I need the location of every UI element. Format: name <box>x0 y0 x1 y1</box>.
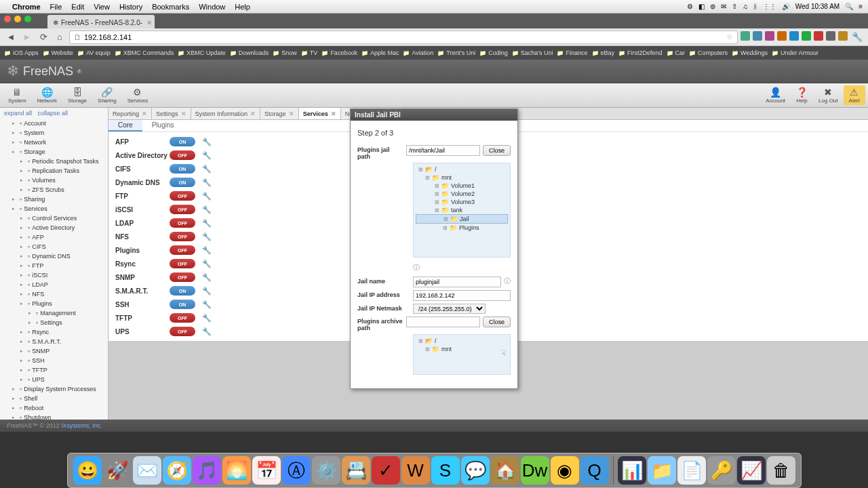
sidebar-item[interactable]: ▫Storage <box>0 147 108 157</box>
bookmark-item[interactable]: XBMC Update <box>178 49 226 56</box>
tree-node[interactable]: 📁Volume1 <box>416 182 508 190</box>
status-icon[interactable]: ⊚ <box>710 3 715 10</box>
tree-node[interactable]: 📁Jail <box>416 214 508 224</box>
service-settings-icon[interactable]: 🔧 <box>202 178 212 187</box>
bookmark-item[interactable]: Finance <box>557 49 587 56</box>
toolbar-services-button[interactable]: ⚙Services <box>122 85 154 105</box>
bookmark-item[interactable]: eBay <box>592 49 615 56</box>
bookmark-item[interactable]: Apple Mac <box>361 49 399 56</box>
service-settings-icon[interactable]: 🔧 <box>202 327 212 336</box>
bookmark-item[interactable]: TV <box>301 49 318 56</box>
jail-path-input[interactable] <box>406 145 480 156</box>
jail-ip-input[interactable] <box>413 290 511 301</box>
sidebar-item[interactable]: ▫Sharing <box>0 195 108 204</box>
extension-icon[interactable] <box>789 31 799 41</box>
extension-icon[interactable] <box>838 31 848 41</box>
service-toggle[interactable]: ON <box>170 137 195 146</box>
tab-close-icon[interactable]: ✕ <box>181 110 186 117</box>
url-bar[interactable]: 🗋 192.168.2.141 ☆ <box>69 30 738 44</box>
extension-icon[interactable] <box>753 31 762 41</box>
sidebar-item[interactable]: ▫ZFS Scrubs <box>0 185 108 195</box>
app-menu[interactable]: Chrome <box>12 3 41 11</box>
clock[interactable]: Wed 10:38 AM <box>795 3 840 10</box>
sidebar-item[interactable]: ▫Reboot <box>0 403 108 413</box>
toolbar-storage-button[interactable]: 🗄Storage <box>62 85 92 105</box>
dock-safari-icon[interactable]: 🧭 <box>163 456 191 485</box>
bookmark-item[interactable]: Downloads <box>230 49 269 56</box>
dock-trash-icon[interactable]: 🗑 <box>767 456 795 485</box>
dock-contacts-icon[interactable]: 📇 <box>342 456 370 485</box>
sidebar-item[interactable]: ▫Plugins <box>0 299 108 308</box>
jail-netmask-select[interactable]: /24 (255.255.255.0) <box>413 304 486 314</box>
service-toggle[interactable]: ON <box>170 286 195 296</box>
bookmark-item[interactable]: Trent's Uni <box>437 49 475 56</box>
forward-button[interactable]: ► <box>20 31 34 43</box>
toolbar-account-button[interactable]: 👤Account <box>760 85 791 105</box>
dock-iphoto-icon[interactable]: 🌅 <box>222 456 251 485</box>
extension-icon[interactable] <box>741 31 750 41</box>
sidebar-item[interactable]: ▫Display System Processes <box>0 384 108 394</box>
status-icon[interactable]: ◧ <box>698 3 705 10</box>
sidebar-item[interactable]: ▫System <box>0 128 108 138</box>
status-icon[interactable]: ⚙ <box>687 3 693 10</box>
sidebar-item[interactable]: ▫FTP <box>0 261 108 270</box>
service-settings-icon[interactable]: 🔧 <box>202 138 212 146</box>
sidebar-item[interactable]: ▫AFP <box>0 232 108 242</box>
bookmark-item[interactable]: First2Defend <box>618 49 663 56</box>
tab[interactable]: Storage ✕ <box>260 108 299 119</box>
bookmark-item[interactable]: AV equip <box>77 49 111 56</box>
toolbar-network-button[interactable]: 🌐Network <box>32 85 62 105</box>
dock-messages-icon[interactable]: 💬 <box>461 456 490 485</box>
dock-activity-icon[interactable]: 📊 <box>618 456 646 485</box>
dock-wunderlist-icon[interactable]: W <box>401 456 430 485</box>
service-toggle[interactable]: OFF <box>170 327 195 336</box>
extension-icon[interactable] <box>765 31 774 41</box>
sidebar-item[interactable]: ▫NFS <box>0 289 108 299</box>
menu-edit[interactable]: Edit <box>71 3 84 11</box>
dock-monitor-icon[interactable]: 📈 <box>737 456 766 485</box>
toolbar-alert-button[interactable]: ⚠Alert <box>844 85 865 105</box>
dock-keychain-icon[interactable]: 🔑 <box>707 456 736 485</box>
service-settings-icon[interactable]: 🔧 <box>202 314 212 323</box>
bookmark-item[interactable]: Weddings <box>732 49 768 56</box>
sidebar-item[interactable]: ▫Shell <box>0 394 108 403</box>
sidebar-item[interactable]: ▫TFTP <box>0 365 108 375</box>
spotlight-icon[interactable]: 🔍 <box>845 3 853 10</box>
dock-things-icon[interactable]: ✓ <box>372 456 400 485</box>
extension-icon[interactable] <box>777 31 787 41</box>
menu-history[interactable]: History <box>119 3 142 11</box>
sidebar-item[interactable]: ▫Control Services <box>0 214 108 223</box>
bookmark-item[interactable]: Computers <box>689 49 728 56</box>
dock-mail-icon[interactable]: ✉️ <box>133 456 161 485</box>
tab[interactable]: Settings ✕ <box>152 108 191 119</box>
service-toggle[interactable]: OFF <box>170 205 195 214</box>
sidebar-item[interactable]: ▫S.M.A.R.T. <box>0 337 108 346</box>
expand-all-link[interactable]: expand all <box>4 110 32 117</box>
bookmark-star-icon[interactable]: ☆ <box>726 33 733 41</box>
extension-icon[interactable] <box>826 31 835 41</box>
tree-node[interactable]: 📁mnt <box>416 345 508 353</box>
service-settings-icon[interactable]: 🔧 <box>202 165 212 174</box>
path-tree-2[interactable]: ☟ 📂/📁mnt <box>413 334 511 375</box>
home-button[interactable]: ⌂ <box>53 31 66 43</box>
toolbar-system-button[interactable]: 🖥System <box>3 85 32 105</box>
menu-window[interactable]: Window <box>199 3 225 11</box>
dock-launchpad-icon[interactable]: 🚀 <box>103 456 132 485</box>
dock-folder-icon[interactable]: 📁 <box>648 456 676 485</box>
sidebar-item[interactable]: ▫SNMP <box>0 346 108 356</box>
bookmark-item[interactable]: XBMC Commands <box>115 49 174 56</box>
tab-close-icon[interactable]: ✕ <box>289 110 294 117</box>
info-icon[interactable]: ⓘ <box>413 264 420 271</box>
service-settings-icon[interactable]: 🔧 <box>202 300 212 309</box>
subtab[interactable]: Core <box>108 120 142 131</box>
toolbar-logout-button[interactable]: ✖Log Out <box>813 85 843 105</box>
sidebar-item[interactable]: ▫SSH <box>0 356 108 365</box>
sidebar-item[interactable]: ▫Dynamic DNS <box>0 251 108 261</box>
notifications-icon[interactable]: ≡ <box>859 3 863 10</box>
sidebar-item[interactable]: ▫Shutdown <box>0 413 108 420</box>
menu-bookmarks[interactable]: Bookmarks <box>152 3 189 11</box>
bookmark-item[interactable]: Snow <box>273 49 297 56</box>
vendor-link[interactable]: iXsystems, Inc. <box>61 422 102 429</box>
sidebar-item[interactable]: ▫LDAP <box>0 280 108 289</box>
menu-view[interactable]: View <box>94 3 110 11</box>
